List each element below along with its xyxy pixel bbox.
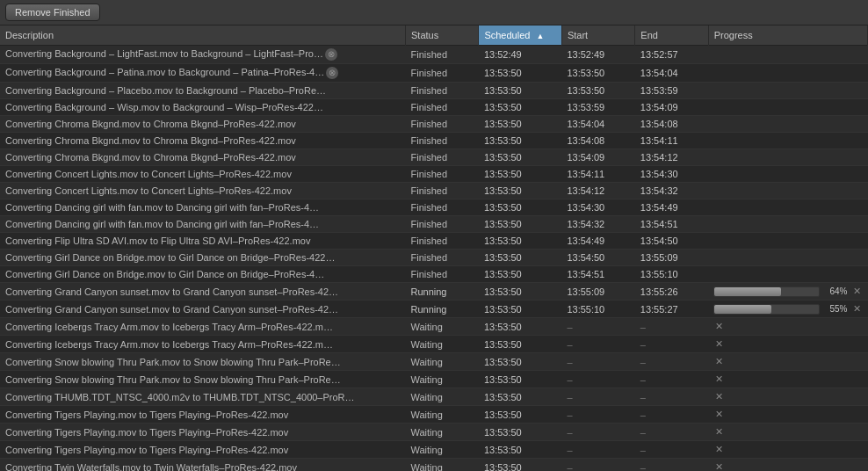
- cancel-job-button[interactable]: ✕: [713, 373, 725, 384]
- jobs-table: Description Status Scheduled ▲ Start End…: [0, 25, 868, 471]
- cell-description: Converting Twin Waterfalls.mov to Twin W…: [0, 459, 406, 472]
- col-header-scheduled[interactable]: Scheduled ▲: [479, 25, 562, 46]
- table-row: Converting Dancing girl with fan.mov to …: [0, 216, 868, 233]
- table-row: Converting Grand Canyon sunset.mov to Gr…: [0, 301, 868, 318]
- cell-end: 13:52:57: [635, 46, 708, 64]
- cell-status: Waiting: [406, 406, 479, 424]
- col-header-description[interactable]: Description: [0, 25, 406, 46]
- cancel-job-button[interactable]: ✕: [851, 286, 863, 297]
- cell-scheduled: 13:53:50: [479, 388, 562, 406]
- cancel-icon[interactable]: ⊗: [325, 48, 337, 61]
- cell-end: 13:55:10: [635, 266, 708, 283]
- table-row: Converting Background – Patina.mov to Ba…: [0, 64, 868, 83]
- cell-start: 13:54:04: [561, 116, 634, 133]
- cell-status: Finished: [406, 266, 479, 283]
- cell-status: Finished: [406, 99, 479, 116]
- progress-bar-background: [713, 286, 819, 297]
- cell-progress: [708, 250, 867, 266]
- cancel-job-button[interactable]: ✕: [713, 321, 725, 331]
- table-row: Converting Snow blowing Thru Park.mov to…: [0, 371, 868, 388]
- remove-finished-button[interactable]: Remove Finished: [5, 4, 100, 21]
- cell-start: 13:53:50: [561, 83, 634, 99]
- cell-description: Converting Background – Placebo.mov to B…: [0, 83, 406, 99]
- cancel-job-button[interactable]: ✕: [851, 303, 863, 315]
- table-row: Converting Dancing girl with fan.mov to …: [0, 199, 868, 216]
- cell-end: –: [635, 353, 708, 371]
- cell-progress: ✕: [708, 406, 867, 424]
- cell-description: Converting Tigers Playing.mov to Tigers …: [0, 441, 406, 459]
- cell-start: –: [561, 388, 634, 406]
- cell-start: 13:54:11: [561, 166, 634, 183]
- cancel-job-button[interactable]: ✕: [713, 426, 725, 437]
- cell-end: 13:54:09: [635, 99, 708, 116]
- cancel-icon[interactable]: ⊗: [326, 67, 338, 79]
- col-header-start[interactable]: Start: [561, 25, 634, 46]
- progress-bar-fill: [714, 305, 771, 314]
- cell-start: 13:54:30: [561, 199, 634, 216]
- cell-progress: [708, 183, 867, 199]
- cell-end: 13:54:30: [635, 166, 708, 183]
- cell-end: 13:55:27: [635, 301, 708, 318]
- cell-scheduled: 13:53:50: [479, 64, 562, 83]
- cell-progress: [708, 199, 867, 216]
- cell-progress: [708, 149, 867, 166]
- cell-progress: ✕: [708, 353, 867, 371]
- cell-status: Finished: [406, 64, 479, 83]
- cell-end: 13:53:59: [635, 83, 708, 99]
- cell-progress: [708, 46, 867, 64]
- cell-status: Waiting: [406, 371, 479, 388]
- cell-status: Finished: [406, 46, 479, 64]
- cell-scheduled: 13:53:50: [479, 133, 562, 149]
- cell-status: Finished: [406, 116, 479, 133]
- cell-start: 13:54:08: [561, 133, 634, 149]
- progress-bar-fill: [714, 287, 781, 296]
- cell-progress: ✕: [708, 336, 867, 353]
- progress-label: 55%: [823, 304, 848, 314]
- cell-scheduled: 13:53:50: [479, 149, 562, 166]
- progress-container: 55%✕: [713, 303, 862, 315]
- cell-end: 13:55:26: [635, 283, 708, 301]
- cell-status: Finished: [406, 233, 479, 250]
- cell-end: –: [635, 388, 708, 406]
- cell-start: –: [561, 353, 634, 371]
- cancel-job-button[interactable]: ✕: [713, 461, 725, 471]
- col-header-status[interactable]: Status: [406, 25, 479, 46]
- cell-status: Waiting: [406, 388, 479, 406]
- cell-status: Waiting: [406, 424, 479, 441]
- cell-start: –: [561, 336, 634, 353]
- cell-description: Converting Grand Canyon sunset.mov to Gr…: [0, 283, 406, 301]
- cancel-job-button[interactable]: ✕: [713, 391, 725, 402]
- cancel-job-button[interactable]: ✕: [713, 444, 725, 454]
- cell-description: Converting Icebergs Tracy Arm.mov to Ice…: [0, 318, 406, 336]
- col-header-end[interactable]: End: [635, 25, 708, 46]
- cell-status: Running: [406, 301, 479, 318]
- cell-start: –: [561, 318, 634, 336]
- cell-start: –: [561, 406, 634, 424]
- cell-status: Waiting: [406, 441, 479, 459]
- cell-scheduled: 13:53:50: [479, 301, 562, 318]
- cell-start: 13:53:50: [561, 64, 634, 83]
- table-row: Converting Icebergs Tracy Arm.mov to Ice…: [0, 318, 868, 336]
- cell-scheduled: 13:53:50: [479, 336, 562, 353]
- cell-status: Finished: [406, 216, 479, 233]
- col-header-progress[interactable]: Progress: [708, 25, 867, 46]
- table-row: Converting Chroma Bkgnd.mov to Chroma Bk…: [0, 149, 868, 166]
- cell-start: 13:55:10: [561, 301, 634, 318]
- cell-scheduled: 13:53:50: [479, 183, 562, 199]
- cell-scheduled: 13:53:50: [479, 250, 562, 266]
- cell-status: Waiting: [406, 318, 479, 336]
- cancel-job-button[interactable]: ✕: [713, 409, 725, 419]
- cell-description: Converting Snow blowing Thru Park.mov to…: [0, 353, 406, 371]
- cell-status: Finished: [406, 83, 479, 99]
- table-row: Converting Tigers Playing.mov to Tigers …: [0, 406, 868, 424]
- table-row: Converting Grand Canyon sunset.mov to Gr…: [0, 283, 868, 301]
- cancel-job-button[interactable]: ✕: [713, 356, 725, 366]
- cell-progress: ✕: [708, 371, 867, 388]
- cell-end: 13:54:50: [635, 233, 708, 250]
- progress-label: 64%: [823, 286, 848, 296]
- cell-end: –: [635, 459, 708, 472]
- table-row: Converting THUMB.TDT_NTSC_4000.m2v to TH…: [0, 388, 868, 406]
- cell-end: 13:54:49: [635, 199, 708, 216]
- cancel-job-button[interactable]: ✕: [713, 338, 725, 349]
- table-row: Converting Chroma Bkgnd.mov to Chroma Bk…: [0, 133, 868, 149]
